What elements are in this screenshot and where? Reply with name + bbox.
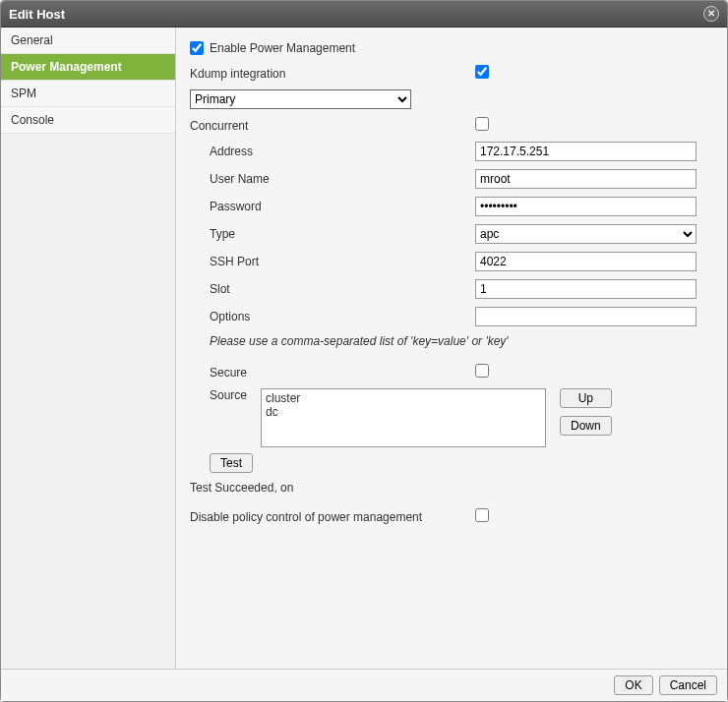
options-input[interactable] <box>475 307 697 326</box>
kdump-label: Kdump integration <box>190 67 475 81</box>
slot-label: Slot <box>190 282 475 296</box>
sidebar-item-label: Power Management <box>11 60 122 74</box>
sidebar-item-power-management[interactable]: Power Management <box>1 54 175 81</box>
sidebar: General Power Management SPM Console <box>1 28 176 669</box>
concurrent-checkbox[interactable] <box>475 117 489 131</box>
address-label: Address <box>190 145 475 158</box>
slot-input[interactable] <box>475 279 697 299</box>
sshport-label: SSH Port <box>190 255 475 268</box>
concurrent-label: Concurrent <box>190 119 475 133</box>
secure-checkbox[interactable] <box>475 364 489 378</box>
test-status: Test Succeeded, on <box>190 481 713 495</box>
agent-select[interactable]: Primary <box>190 89 411 109</box>
source-label: Source <box>190 388 261 402</box>
edit-host-dialog: Edit Host ✕ General Power Management SPM… <box>0 0 728 702</box>
disable-policy-label: Disable policy control of power manageme… <box>190 510 475 524</box>
content-pane: Enable Power Management Kdump integratio… <box>176 28 727 669</box>
address-input[interactable] <box>475 142 697 161</box>
test-button[interactable]: Test <box>210 453 253 473</box>
kdump-checkbox[interactable] <box>475 65 489 79</box>
list-item[interactable]: cluster <box>264 391 543 405</box>
username-input[interactable] <box>475 169 697 189</box>
password-label: Password <box>190 200 475 213</box>
username-label: User Name <box>190 172 475 186</box>
sidebar-item-label: General <box>11 33 53 47</box>
dialog-title: Edit Host <box>9 7 65 22</box>
enable-pm-label: Enable Power Management <box>210 41 355 55</box>
down-button[interactable]: Down <box>560 416 612 436</box>
sshport-input[interactable] <box>475 252 697 271</box>
secure-label: Secure <box>190 366 475 380</box>
options-label: Options <box>190 310 475 323</box>
source-list[interactable]: cluster dc <box>261 388 546 447</box>
options-hint: Please use a comma-separated list of 'ke… <box>210 334 713 348</box>
sidebar-item-general[interactable]: General <box>1 28 175 54</box>
dialog-body: General Power Management SPM Console Ena… <box>1 28 727 669</box>
enable-pm-checkbox[interactable] <box>190 41 204 55</box>
sidebar-item-spm[interactable]: SPM <box>1 81 175 107</box>
cancel-button[interactable]: Cancel <box>659 675 717 695</box>
ok-button[interactable]: OK <box>614 675 652 695</box>
password-input[interactable] <box>475 197 697 216</box>
type-label: Type <box>190 227 475 241</box>
sidebar-item-console[interactable]: Console <box>1 107 175 134</box>
up-button[interactable]: Up <box>560 388 612 408</box>
sidebar-item-label: Console <box>11 113 54 127</box>
close-icon[interactable]: ✕ <box>703 6 719 22</box>
dialog-footer: OK Cancel <box>1 669 727 701</box>
sidebar-item-label: SPM <box>11 87 36 100</box>
titlebar: Edit Host ✕ <box>1 1 727 28</box>
type-select[interactable]: apc <box>475 224 697 244</box>
disable-policy-checkbox[interactable] <box>475 508 489 522</box>
list-item[interactable]: dc <box>264 405 543 419</box>
